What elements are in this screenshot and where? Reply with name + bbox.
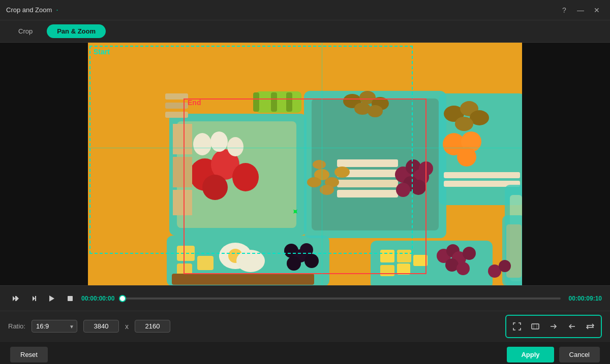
time-end: 00:00:09:10 (569, 295, 602, 302)
svg-point-24 (307, 177, 321, 187)
svg-rect-92 (532, 324, 539, 329)
svg-point-5 (232, 163, 259, 191)
svg-rect-12 (173, 190, 192, 215)
svg-point-22 (320, 185, 334, 195)
svg-point-50 (236, 250, 265, 272)
close-button[interactable]: ✕ (590, 3, 604, 17)
step-forward-button[interactable] (26, 291, 41, 306)
svg-point-72 (499, 260, 511, 272)
svg-point-9 (227, 137, 243, 156)
svg-marker-88 (33, 296, 35, 301)
progress-bar[interactable] (123, 297, 560, 300)
svg-marker-87 (16, 296, 19, 301)
svg-rect-57 (371, 241, 493, 285)
action-buttons-right: Apply Cancel (507, 347, 600, 362)
skip-back-icon (12, 295, 19, 302)
swap-icon (586, 322, 595, 331)
fullscreen-icon (531, 322, 540, 331)
svg-rect-91 (68, 296, 73, 301)
play-icon (48, 295, 55, 302)
minimize-button[interactable]: — (573, 3, 588, 17)
svg-point-66 (445, 258, 459, 272)
svg-point-6 (202, 175, 228, 200)
align-left-icon (567, 322, 576, 331)
ratio-select[interactable]: 16:9 4:3 1:1 9:16 Custom (32, 320, 77, 333)
svg-rect-15 (337, 159, 398, 167)
apply-button[interactable]: Apply (507, 347, 554, 362)
svg-rect-45 (177, 246, 195, 261)
time-current: 00:00:00:00 (81, 295, 114, 302)
svg-rect-56 (172, 274, 314, 285)
food-image (88, 43, 522, 285)
svg-rect-58 (380, 250, 394, 262)
svg-point-7 (193, 133, 211, 155)
tab-pan-zoom[interactable]: Pan & Zoom (47, 24, 106, 38)
swap-button[interactable] (582, 318, 599, 335)
svg-point-53 (287, 256, 301, 271)
svg-rect-11 (173, 157, 192, 187)
controls-bar: 00:00:00:00 00:00:09:10 (0, 285, 610, 311)
svg-rect-82 (165, 93, 188, 100)
title-bar-left: Crop and Zoom · (6, 6, 58, 15)
svg-point-36 (455, 117, 473, 131)
dimension-separator: x (125, 322, 129, 330)
svg-rect-76 (271, 92, 277, 112)
svg-point-68 (463, 247, 476, 260)
action-bar: Reset Apply Cancel (0, 341, 610, 364)
svg-rect-89 (35, 296, 36, 301)
title-bar: Crop and Zoom · ? — ✕ (0, 0, 610, 20)
svg-rect-83 (165, 103, 188, 109)
svg-point-30 (411, 180, 426, 195)
svg-rect-40 (444, 172, 520, 178)
svg-rect-18 (337, 190, 398, 197)
svg-rect-61 (380, 265, 394, 276)
height-input[interactable] (135, 320, 170, 333)
video-canvas[interactable]: Start End ✦ (88, 43, 522, 285)
title-dot: · (56, 6, 58, 15)
align-left-button[interactable] (563, 318, 581, 335)
svg-rect-60 (413, 255, 428, 266)
fit-screen-icon (512, 322, 522, 331)
svg-rect-17 (337, 180, 398, 187)
svg-point-55 (304, 254, 319, 268)
preview-area: Start End ✦ (0, 43, 610, 285)
play-button[interactable] (45, 291, 59, 306)
svg-point-39 (457, 147, 476, 167)
svg-rect-10 (173, 124, 192, 154)
align-right-icon (549, 322, 558, 331)
svg-rect-73 (256, 91, 301, 113)
title-bar-controls: ? — ✕ (557, 3, 604, 17)
svg-point-31 (419, 161, 433, 176)
reset-button[interactable]: Reset (10, 347, 48, 362)
cancel-button[interactable]: Cancel (559, 347, 600, 362)
progress-handle[interactable] (119, 295, 126, 302)
step-forward-icon (30, 295, 37, 302)
window-title: Crop and Zoom (6, 6, 52, 14)
ratio-label: Ratio: (8, 322, 25, 330)
svg-rect-47 (197, 256, 214, 270)
fit-screen-button[interactable] (508, 318, 526, 335)
fullscreen-button[interactable] (527, 318, 544, 335)
svg-rect-59 (397, 250, 411, 262)
svg-point-81 (368, 105, 383, 117)
tab-crop[interactable]: Crop (8, 24, 43, 38)
tab-bar: Crop Pan & Zoom (0, 20, 610, 43)
svg-marker-90 (49, 295, 54, 302)
stop-button[interactable] (63, 291, 77, 306)
help-button[interactable]: ? (557, 3, 571, 17)
svg-point-8 (210, 131, 228, 152)
svg-point-23 (313, 160, 326, 169)
svg-point-67 (456, 262, 470, 275)
align-right-button[interactable] (545, 318, 562, 335)
ratio-wrapper: 16:9 4:3 1:1 9:16 Custom ▼ (32, 320, 77, 333)
width-input[interactable] (83, 320, 119, 333)
svg-rect-84 (165, 112, 188, 118)
svg-rect-62 (397, 263, 410, 275)
svg-rect-74 (253, 92, 259, 112)
stop-icon (67, 295, 74, 302)
skip-back-button[interactable] (8, 291, 22, 306)
svg-rect-86 (15, 296, 16, 301)
svg-marker-85 (13, 296, 15, 301)
svg-rect-75 (286, 92, 292, 112)
svg-point-29 (396, 183, 410, 197)
